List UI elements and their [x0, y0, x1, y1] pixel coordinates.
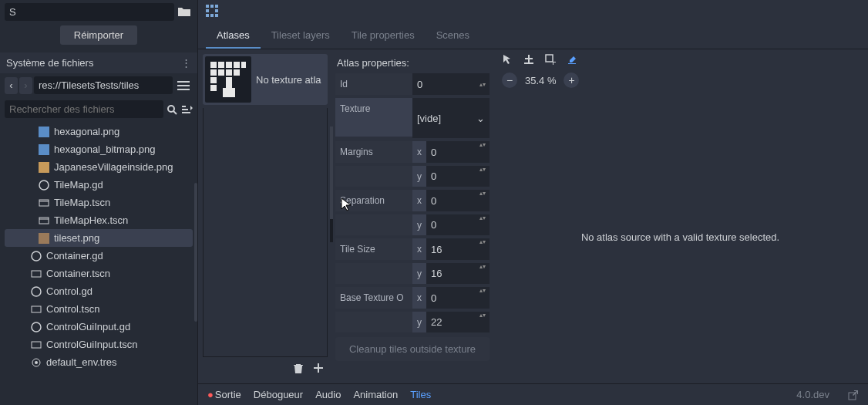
add-tool-icon[interactable] [523, 54, 534, 65]
file-item[interactable]: TileMap.tscn [0, 194, 197, 211]
texture-dropdown[interactable]: [vide]⌄ [412, 98, 490, 138]
resource-icon [31, 357, 42, 368]
file-item[interactable]: Container.gd [0, 247, 197, 265]
select-tool-icon[interactable] [502, 54, 513, 65]
baseoffset-y-input[interactable] [426, 312, 476, 332]
svg-rect-26 [215, 14, 218, 17]
tab-atlases[interactable]: Atlases [206, 23, 261, 49]
spinner-icon[interactable]: ▴▾ [476, 141, 490, 163]
eraser-tool-icon[interactable] [567, 54, 577, 65]
nav-back-button[interactable]: ‹ [5, 77, 18, 94]
atlas-item-label: No texture atla [256, 74, 321, 86]
svg-rect-28 [218, 62, 224, 68]
sort-icon[interactable] [180, 104, 193, 115]
atlas-thumbnail [205, 56, 251, 103]
tree-scrollbar[interactable] [194, 183, 197, 322]
tab-scenes[interactable]: Scenes [426, 23, 480, 49]
file-item[interactable]: default_env.tres [0, 353, 197, 371]
atlas-item[interactable]: No texture atla [203, 54, 328, 105]
bottom-tab-tiles[interactable]: Tiles [410, 389, 431, 400]
reimport-path-input[interactable] [5, 3, 174, 21]
file-item[interactable]: ControlGuiInput.gd [0, 318, 197, 336]
add-atlas-button[interactable] [312, 362, 325, 374]
bottom-tab-output[interactable]: ●Sortie [207, 389, 241, 400]
file-item[interactable]: ControlGuiInput.tscn [0, 336, 197, 353]
svg-rect-40 [524, 62, 533, 64]
file-item-selected[interactable]: tileset.png [5, 229, 193, 247]
delete-atlas-button[interactable] [292, 362, 304, 374]
tab-tile-properties[interactable]: Tile properties [341, 23, 426, 49]
zoom-in-button[interactable]: + [564, 73, 579, 88]
svg-rect-32 [210, 69, 217, 76]
axis-y: y [412, 214, 426, 235]
spinner-icon[interactable]: ▴▾ [476, 190, 490, 211]
breadcrumb-row: ‹ › [0, 73, 197, 97]
viewport-area[interactable]: No atlas source with a valid texture sel… [493, 91, 868, 383]
separation-x-input[interactable] [426, 190, 476, 211]
reimport-button[interactable]: Réimporter [60, 25, 137, 45]
svg-rect-33 [218, 69, 224, 76]
file-item[interactable]: Control.gd [0, 282, 197, 300]
tilesize-y-input[interactable] [426, 263, 476, 284]
tab-tileset-layers[interactable]: Tileset layers [261, 23, 341, 49]
baseoffset-x-input[interactable] [426, 287, 476, 309]
main-panel: Atlases Tileset layers Tile properties S… [198, 0, 868, 405]
tilesize-x-input[interactable] [426, 238, 476, 260]
breadcrumb-input[interactable] [34, 76, 173, 94]
viewport-tools [493, 49, 868, 69]
image-icon [39, 233, 49, 244]
separation-y-input[interactable] [426, 214, 476, 235]
file-tree[interactable]: hexagonal.png hexagonal_bitmap.png Japan… [0, 121, 197, 405]
scene-icon [39, 215, 49, 226]
filesystem-menu-icon[interactable]: ⋮ [181, 57, 191, 69]
left-panel: Réimporter Système de fichiers ⋮ ‹ › hex… [0, 0, 198, 405]
cleanup-button[interactable]: Cleanup tiles outside texture [335, 337, 490, 361]
spinner-icon[interactable]: ▴▾ [476, 312, 490, 332]
bottom-tab-animation[interactable]: Animation [353, 389, 398, 400]
margins-x-input[interactable] [426, 141, 476, 163]
zoom-controls: − 35.4 % + [493, 69, 868, 91]
tileset-icon[interactable] [206, 5, 220, 19]
svg-rect-29 [226, 62, 232, 68]
file-item[interactable]: JapaneseVillageinside.png [0, 158, 197, 176]
prop-base-offset: Base Texture O x▴▾ [335, 287, 490, 309]
svg-rect-39 [223, 88, 235, 97]
nav-forward-button[interactable]: › [19, 77, 32, 94]
bottom-tab-audio[interactable]: Audio [315, 389, 341, 400]
prop-margins-y: y▴▾ [335, 166, 490, 187]
spinner-icon[interactable]: ▴▾ [476, 238, 490, 260]
axis-y: y [412, 312, 426, 332]
region-tool-icon[interactable] [545, 54, 556, 65]
id-input[interactable] [412, 74, 476, 95]
svg-rect-2 [39, 127, 49, 137]
bottom-tab-debugger[interactable]: Débogueur [254, 389, 303, 400]
search-input[interactable] [5, 100, 163, 118]
spinner-icon[interactable]: ▴▾ [476, 263, 490, 284]
search-row [0, 97, 197, 121]
view-mode-icon[interactable] [174, 80, 193, 91]
svg-rect-27 [210, 62, 217, 68]
spinner-icon[interactable]: ▴▾ [476, 287, 490, 309]
svg-point-13 [32, 287, 41, 296]
svg-line-1 [173, 111, 177, 114]
search-icon[interactable] [167, 104, 177, 115]
file-item[interactable]: TileMap.gd [0, 176, 197, 194]
file-item[interactable]: hexagonal.png [0, 123, 197, 140]
properties-scrollbar[interactable] [330, 127, 333, 242]
texture-well[interactable]: Texture [335, 98, 412, 137]
external-link-icon[interactable] [848, 390, 859, 400]
svg-rect-19 [206, 5, 209, 8]
file-item[interactable]: TileMapHex.tscn [0, 211, 197, 229]
margins-y-input[interactable] [426, 166, 476, 187]
spinner-icon[interactable]: ▴▾ [476, 214, 490, 235]
folder-icon[interactable] [177, 6, 193, 19]
file-item[interactable]: Control.tscn [0, 300, 197, 318]
axis-x: x [412, 287, 426, 309]
atlas-actions [203, 357, 328, 379]
spinner-icon[interactable]: ▴▾ [476, 166, 490, 187]
zoom-out-button[interactable]: − [502, 73, 517, 88]
scene-icon [31, 339, 42, 350]
file-item[interactable]: hexagonal_bitmap.png [0, 140, 197, 158]
spinner-icon[interactable]: ▴▾ [476, 81, 490, 88]
file-item[interactable]: Container.tscn [0, 265, 197, 282]
